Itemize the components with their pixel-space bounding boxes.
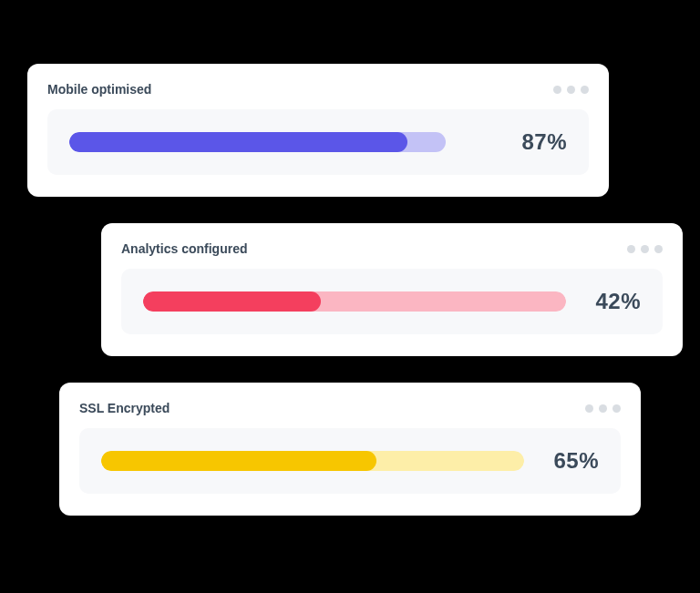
card-body: 42% [121, 269, 663, 334]
progress-fill [69, 132, 407, 152]
dot-icon [654, 245, 663, 253]
card-title: Analytics configured [121, 241, 247, 256]
percent-value: 87% [510, 129, 567, 155]
dot-icon [567, 86, 575, 94]
progress-fill [143, 291, 321, 312]
window-dots-icon [585, 404, 621, 413]
dot-icon [641, 245, 649, 253]
dot-icon [553, 86, 561, 94]
card-header: Analytics configured [121, 241, 663, 256]
dot-icon [599, 404, 607, 413]
card-header: Mobile optimised [47, 82, 589, 97]
metric-card-mobile-optimised: Mobile optimised 87% [27, 64, 609, 197]
metric-card-ssl-encrypted: SSL Encrypted 65% [59, 383, 641, 516]
dot-icon [585, 404, 593, 413]
progress-bar [69, 132, 492, 152]
metric-card-analytics-configured: Analytics configured 42% [101, 223, 683, 356]
card-header: SSL Encrypted [79, 401, 621, 415]
progress-bar [101, 451, 524, 471]
percent-value: 65% [542, 448, 599, 474]
card-body: 87% [47, 109, 589, 175]
percent-value: 42% [584, 289, 641, 314]
dot-icon [612, 404, 621, 413]
card-title: Mobile optimised [47, 82, 151, 97]
card-body: 65% [79, 428, 621, 494]
progress-fill [101, 451, 376, 471]
card-title: SSL Encrypted [79, 401, 170, 415]
progress-bar [143, 291, 566, 312]
dot-icon [627, 245, 635, 253]
window-dots-icon [627, 245, 663, 253]
window-dots-icon [553, 86, 589, 94]
dot-icon [581, 86, 589, 94]
